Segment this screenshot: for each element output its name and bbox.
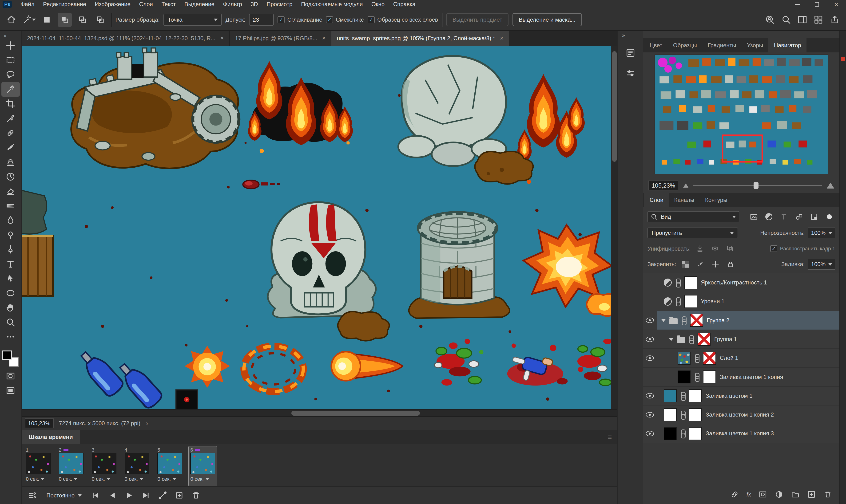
smoothing-checkbox[interactable]: Сглаживание (278, 16, 322, 23)
collapse-toolbar-icon[interactable] (0, 31, 6, 38)
visibility-toggle[interactable] (643, 311, 657, 329)
mask-thumbnail[interactable] (689, 427, 702, 440)
mask-thumbnail[interactable] (689, 408, 702, 421)
unify-visibility-icon[interactable] (709, 243, 721, 254)
shape-tool[interactable] (1, 286, 20, 301)
menu-help[interactable]: Справка (389, 0, 420, 9)
duplicate-frame-button[interactable] (173, 490, 185, 501)
arrange-button[interactable] (811, 13, 826, 27)
loop-mode-select[interactable]: Постоянно (43, 490, 85, 501)
frame-duration[interactable]: 0 сек. (92, 475, 117, 483)
sample-size-select[interactable]: Точка (163, 14, 222, 25)
menu-select[interactable]: Выделение (180, 0, 219, 9)
frame-duration[interactable]: 0 сек. (125, 475, 149, 483)
visibility-toggle[interactable] (643, 330, 657, 348)
edit-toolbar-button[interactable] (1, 329, 20, 344)
close-button[interactable] (827, 0, 846, 9)
eyedropper-tool[interactable] (1, 111, 20, 126)
marquee-tool[interactable] (1, 53, 20, 68)
tab-swatches[interactable]: Образцы (668, 38, 702, 52)
blend-mode-select[interactable]: Пропустить (648, 228, 738, 238)
frame-duration[interactable]: 0 сек. (190, 475, 215, 483)
add-adjustment-icon[interactable] (775, 490, 783, 499)
intersect-selection-mode[interactable] (93, 13, 107, 27)
tab-paths[interactable]: Контуры (700, 193, 733, 207)
history-brush-tool[interactable] (1, 169, 20, 184)
navigator-preview[interactable] (655, 55, 828, 174)
menu-plugins[interactable]: Подключаемые модули (297, 0, 367, 9)
home-button[interactable] (4, 13, 18, 27)
tab-navigator-active[interactable]: Навигатор (769, 38, 807, 52)
workspace-button[interactable] (795, 13, 809, 27)
filter-type-icon[interactable] (778, 211, 790, 222)
tab-channels[interactable]: Каналы (669, 193, 700, 207)
mask-thumbnail[interactable] (684, 276, 697, 289)
maximize-button[interactable] (807, 0, 827, 9)
layer-filter-select[interactable]: Вид (648, 211, 739, 222)
dodge-tool[interactable] (1, 228, 20, 242)
expand-arrow-icon[interactable] (669, 338, 673, 343)
new-layer-icon[interactable] (807, 490, 816, 499)
minimize-button[interactable] (788, 0, 807, 9)
document-tab-2[interactable]: 17 Philips.jpg @ 937% (RGB/8... (230, 31, 331, 46)
layer-row-fill-1[interactable]: Заливка цветом 1 (643, 387, 840, 406)
unify-position-icon[interactable] (694, 243, 706, 254)
brush-tool[interactable] (1, 140, 20, 155)
close-icon[interactable] (500, 35, 504, 42)
menu-3d[interactable]: 3D (246, 0, 262, 9)
unify-style-icon[interactable] (724, 243, 736, 254)
link-layers-icon[interactable] (730, 490, 739, 499)
crop-tool[interactable] (1, 96, 20, 111)
status-chevron-icon[interactable] (146, 419, 148, 427)
previous-frame-button[interactable] (106, 490, 118, 501)
document-tab-3-active[interactable]: units_swamp_sprites.png @ 105% (Группа 2… (331, 31, 509, 46)
mask-thumbnail[interactable] (689, 389, 702, 402)
vertical-scrollbar-thumb[interactable] (612, 51, 616, 162)
frame-5[interactable]: 5 0 сек. (156, 446, 184, 486)
next-frame-button[interactable] (140, 490, 152, 501)
tab-layers-active[interactable]: Слои (644, 193, 669, 207)
frame-thumbnail[interactable] (59, 453, 84, 474)
layer-thumbnail[interactable] (677, 352, 690, 365)
close-icon[interactable] (221, 35, 224, 42)
fill-color-thumbnail[interactable] (664, 389, 677, 402)
search-button[interactable] (779, 13, 793, 27)
layer-row-layer-1[interactable]: Слой 1 (643, 349, 840, 368)
add-selection-mode[interactable] (58, 13, 72, 27)
layer-row-levels[interactable]: Уровни 1 (643, 292, 840, 311)
gradient-tool[interactable] (1, 198, 20, 213)
filter-pixel-icon[interactable] (748, 211, 760, 222)
select-subject-button[interactable]: Выделить предмет (446, 13, 509, 26)
lock-position-icon[interactable] (709, 259, 721, 270)
fill-color-thumbnail[interactable] (677, 371, 690, 383)
frame-duration[interactable]: 0 сек. (157, 475, 182, 483)
navigator-zoom-slider[interactable] (693, 185, 822, 186)
eraser-tool[interactable] (1, 184, 20, 198)
hand-tool[interactable] (1, 301, 20, 315)
canvas-artwork[interactable] (22, 46, 611, 409)
propagate-frame-checkbox[interactable]: Распространить кадр 1 (770, 245, 835, 252)
fill-color-thumbnail[interactable] (664, 427, 677, 440)
document-tab-1[interactable]: 2024-11-04_11-50-44_1324.psd @ 111% (202… (22, 31, 230, 46)
horizontal-scrollbar[interactable] (22, 409, 617, 416)
sprite-stone-tower[interactable] (409, 212, 509, 318)
visibility-toggle[interactable] (643, 349, 657, 367)
layer-row-fill-copy-3[interactable]: Заливка цветом 1 копия 3 (643, 424, 840, 443)
filter-shape-icon[interactable] (793, 211, 805, 222)
tab-gradients[interactable]: Градиенты (702, 38, 742, 52)
share-button[interactable] (828, 13, 842, 27)
collapsed-adjustments-panel-icon[interactable] (623, 66, 638, 80)
tween-button[interactable] (157, 490, 169, 501)
zoom-in-icon[interactable] (827, 183, 834, 188)
filter-smart-object-icon[interactable] (808, 211, 820, 222)
layer-mask-thumbnail[interactable] (690, 314, 703, 327)
layer-mask-thumbnail[interactable] (703, 352, 716, 365)
vertical-scrollbar[interactable] (611, 46, 617, 409)
menu-view[interactable]: Просмотр (262, 0, 297, 9)
tab-color[interactable]: Цвет (644, 38, 668, 52)
visibility-toggle[interactable] (643, 387, 657, 405)
first-frame-button[interactable] (90, 490, 101, 501)
blur-tool[interactable] (1, 213, 20, 228)
timeline-menu-icon[interactable] (602, 430, 617, 444)
clone-stamp-tool[interactable] (1, 155, 20, 169)
